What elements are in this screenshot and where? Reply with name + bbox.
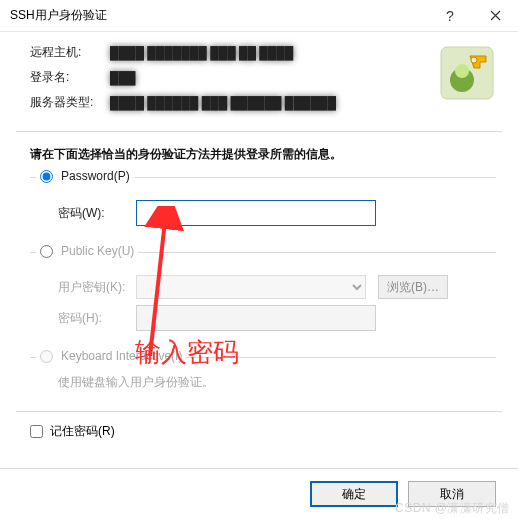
kbd-radio-label: Keyboard Interactive(I): [61, 349, 182, 363]
help-icon: ?: [446, 9, 456, 23]
server-type-value: ████ ██████ ███ ██████ ██████: [110, 96, 336, 110]
publickey-group: Public Key(U) 用户密钥(K): 浏览(B)… 密码(H):: [30, 252, 496, 349]
remember-password[interactable]: 记住密码(R): [26, 422, 518, 441]
ok-button[interactable]: 确定: [310, 481, 398, 507]
separator-2: [16, 411, 502, 412]
password-field-label: 密码(W):: [58, 205, 136, 222]
password-radio-label: Password(P): [61, 169, 130, 183]
login-name-label: 登录名:: [30, 69, 110, 86]
svg-text:?: ?: [446, 9, 454, 23]
publickey-radio-label: Public Key(U): [61, 244, 134, 258]
password-group: Password(P) 密码(W):: [30, 177, 496, 244]
help-button[interactable]: ?: [428, 1, 473, 31]
watermark: CSDN @潇潇研究僧: [395, 500, 510, 517]
close-icon: [490, 10, 501, 21]
userkey-combo: [136, 275, 366, 299]
kbd-hint: 使用键盘输入用户身份验证。: [58, 374, 490, 391]
svg-point-4: [471, 57, 477, 63]
remote-host-value: ████ ███████ ███ ██ ████: [110, 46, 293, 60]
password-radio[interactable]: Password(P): [36, 169, 134, 183]
close-button[interactable]: [473, 1, 518, 31]
publickey-radio[interactable]: Public Key(U): [36, 244, 138, 258]
server-type-label: 服务器类型:: [30, 94, 110, 111]
connection-info: 远程主机: ████ ███████ ███ ██ ████ 登录名: ███ …: [0, 32, 518, 125]
titlebar: SSH用户身份验证 ?: [0, 0, 518, 32]
publickey-radio-input[interactable]: [40, 245, 53, 258]
remember-checkbox[interactable]: [30, 425, 43, 438]
browse-button: 浏览(B)…: [378, 275, 448, 299]
passphrase-label: 密码(H):: [58, 310, 136, 327]
kbd-radio[interactable]: Keyboard Interactive(I): [36, 349, 186, 363]
passphrase-input: [136, 305, 376, 331]
remote-host-label: 远程主机:: [30, 44, 110, 61]
instruction-text: 请在下面选择恰当的身份验证方法并提供登录所需的信息。: [0, 132, 518, 173]
password-input[interactable]: [136, 200, 376, 226]
userkey-label: 用户密钥(K):: [58, 279, 136, 296]
key-avatar-icon: [440, 46, 494, 100]
password-radio-input[interactable]: [40, 170, 53, 183]
dialog-title: SSH用户身份验证: [10, 7, 428, 24]
remember-label: 记住密码(R): [50, 423, 115, 440]
svg-point-3: [455, 64, 469, 78]
kbd-radio-input: [40, 350, 53, 363]
login-name-value: ███: [110, 71, 136, 85]
keyboard-interactive-group: Keyboard Interactive(I) 使用键盘输入用户身份验证。: [30, 357, 496, 403]
